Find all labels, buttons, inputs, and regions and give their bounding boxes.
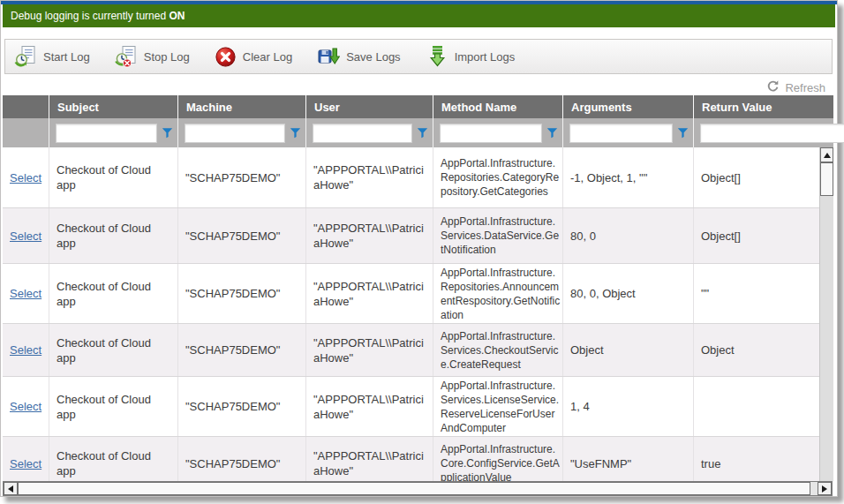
cell-machine: "SCHAP75DEMO" (178, 377, 306, 436)
horizontal-scrollbar[interactable] (3, 481, 833, 496)
cell-subject: Checkout of Cloud app (49, 324, 178, 376)
filter-funnel-icon[interactable] (677, 127, 689, 139)
banner-text: Debug logging is currently turned (11, 10, 166, 22)
clear-log-icon (215, 46, 237, 68)
table-filter-row (3, 118, 833, 147)
import-logs-label: Import Logs (455, 50, 516, 64)
cell-user: "APPPORTAL\\PatriciaHowe" (306, 147, 433, 207)
header-method-name[interactable]: Method Name (433, 95, 563, 118)
filter-input-machine[interactable] (185, 124, 285, 143)
import-logs-icon (426, 45, 448, 68)
cell-arguments: 1, 4 (563, 377, 694, 436)
table-row: SelectCheckout of Cloud app"SCHAP75DEMO"… (3, 264, 819, 324)
left-arrow-icon (8, 485, 13, 493)
filter-funnel-icon[interactable] (290, 127, 301, 139)
filter-cell-method-name (433, 118, 563, 147)
filter-cell-machine (178, 118, 306, 147)
debug-status-banner: Debug logging is currently turned ON (3, 4, 835, 27)
filter-input-arguments[interactable] (569, 124, 673, 143)
cell-method: AppPortal.Infrastructure.Services.DataSe… (433, 208, 563, 263)
save-logs-label: Save Logs (346, 50, 400, 64)
cell-subject: Checkout of Cloud app (49, 437, 178, 482)
cell-method: AppPortal.Infrastructure.Repositories.Ca… (433, 147, 563, 207)
stop-log-label: Stop Log (144, 50, 190, 64)
header-arguments[interactable]: Arguments (563, 95, 694, 118)
cell-return-value: "" (694, 264, 819, 323)
cell-user: "APPPORTAL\\PatriciaHowe" (306, 208, 433, 263)
cell-select: Select (3, 437, 49, 482)
cell-return-value: Object (694, 324, 819, 376)
save-logs-icon (317, 45, 340, 68)
filter-input-user[interactable] (313, 124, 412, 143)
filter-funnel-icon[interactable] (162, 127, 173, 139)
cell-arguments: Object (563, 324, 694, 376)
vertical-scrollbar[interactable] (819, 147, 833, 481)
cell-method: AppPortal.Infrastructure.Repositories.An… (433, 264, 563, 323)
refresh-icon (766, 79, 780, 95)
cell-return-value: Object[] (694, 208, 819, 263)
scroll-right-button[interactable] (818, 482, 832, 495)
start-log-label: Start Log (43, 50, 90, 64)
select-row-link[interactable]: Select (10, 456, 41, 471)
cell-user: "APPPORTAL\\PatriciaHowe" (306, 377, 433, 436)
up-arrow-icon (824, 153, 831, 158)
select-row-link[interactable]: Select (10, 229, 41, 244)
header-select (3, 95, 49, 118)
cell-machine: "SCHAP75DEMO" (178, 324, 306, 376)
toolbar: Start Log Stop Log (4, 39, 833, 74)
cell-machine: "SCHAP75DEMO" (178, 208, 306, 263)
filter-cell-select (3, 118, 49, 147)
select-row-link[interactable]: Select (10, 399, 41, 414)
table-body-wrap: SelectCheckout of Cloud app"SCHAP75DEMO"… (3, 147, 833, 482)
cell-subject: Checkout of Cloud app (49, 208, 178, 263)
cell-method: AppPortal.Infrastructure.Services.Checko… (433, 324, 563, 376)
cell-select: Select (3, 208, 49, 263)
stop-log-button[interactable]: Stop Log (115, 45, 190, 68)
scroll-left-button[interactable] (4, 482, 18, 495)
table-row: SelectCheckout of Cloud app"SCHAP75DEMO"… (3, 208, 819, 264)
filter-funnel-icon[interactable] (546, 127, 558, 139)
filter-cell-user (306, 118, 433, 147)
table-row: SelectCheckout of Cloud app"SCHAP75DEMO"… (3, 324, 819, 377)
cell-subject: Checkout of Cloud app (49, 264, 178, 323)
cell-user: "APPPORTAL\\PatriciaHowe" (306, 264, 433, 323)
save-logs-button[interactable]: Save Logs (317, 45, 400, 68)
cell-select: Select (3, 324, 49, 376)
table-row: SelectCheckout of Cloud app"SCHAP75DEMO"… (3, 377, 819, 437)
header-subject[interactable]: Subject (49, 95, 178, 118)
horizontal-scroll-thumb[interactable] (18, 482, 810, 495)
filter-funnel-icon[interactable] (417, 127, 428, 139)
refresh-button[interactable]: Refresh (766, 79, 825, 95)
start-log-button[interactable]: Start Log (14, 45, 90, 68)
table-row: SelectCheckout of Cloud app"SCHAP75DEMO"… (3, 437, 819, 482)
header-user[interactable]: User (306, 95, 433, 118)
cell-arguments: -1, Object, 1, "" (563, 147, 694, 207)
clear-log-button[interactable]: Clear Log (215, 46, 292, 68)
table-header-row: Subject Machine User Method Name Argumen… (3, 95, 833, 118)
select-row-link[interactable]: Select (10, 170, 41, 185)
cell-user: "APPPORTAL\\PatriciaHowe" (306, 437, 433, 482)
banner-state: ON (169, 10, 185, 22)
scroll-up-button[interactable] (820, 147, 833, 162)
refresh-label: Refresh (785, 81, 825, 94)
start-log-icon (14, 45, 37, 68)
import-logs-button[interactable]: Import Logs (426, 45, 516, 68)
filter-input-subject[interactable] (56, 124, 157, 143)
cell-arguments: "UseFNMP" (563, 437, 694, 482)
cell-return-value: Object[] (694, 147, 819, 207)
cell-subject: Checkout of Cloud app (49, 377, 178, 436)
cell-machine: "SCHAP75DEMO" (178, 264, 306, 323)
header-return-value[interactable]: Return Value (694, 95, 833, 118)
cell-arguments: 80, 0 (563, 208, 694, 263)
header-machine[interactable]: Machine (178, 95, 306, 118)
cell-return-value: true (694, 437, 819, 482)
select-row-link[interactable]: Select (10, 286, 41, 301)
filter-cell-return-value (694, 118, 844, 147)
cell-arguments: 80, 0, Object (563, 264, 694, 323)
right-arrow-icon (822, 485, 827, 493)
filter-input-method-name[interactable] (440, 124, 542, 143)
vertical-scroll-thumb[interactable] (820, 162, 833, 196)
select-row-link[interactable]: Select (10, 342, 41, 357)
cell-select: Select (3, 377, 49, 436)
filter-input-return-value[interactable] (700, 124, 844, 143)
